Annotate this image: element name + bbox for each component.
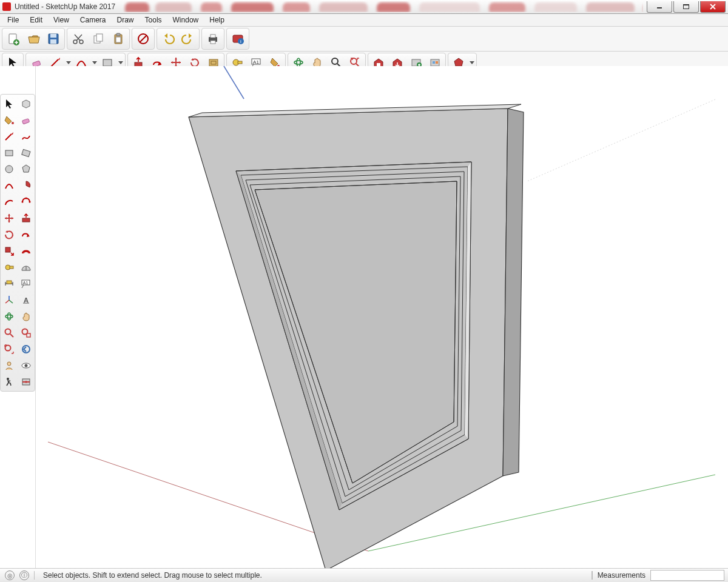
svg-point-37 [351, 58, 357, 64]
credits-icon[interactable]: ⓘ [19, 570, 29, 580]
toolbar-group-undo [157, 28, 200, 50]
paint-bucket-icon[interactable] [2, 113, 16, 127]
svg-line-63 [5, 300, 9, 303]
background-tab [155, 2, 192, 12]
menu-window[interactable]: Window [168, 15, 204, 25]
window-title: Untitled - SketchUp Make 2017 [15, 2, 115, 11]
pie-icon[interactable] [19, 178, 33, 193]
svg-point-34 [297, 58, 300, 67]
menu-view[interactable]: View [49, 15, 74, 25]
svg-point-72 [5, 346, 11, 351]
svg-rect-24 [103, 59, 112, 66]
model-info-button[interactable]: i [229, 30, 247, 48]
svg-point-68 [5, 329, 11, 335]
menu-draw[interactable]: Draw [112, 15, 139, 25]
svg-rect-11 [96, 34, 103, 41]
3pt-arc-icon[interactable] [19, 195, 33, 209]
rotate-icon[interactable] [2, 227, 16, 242]
new-button[interactable] [4, 30, 22, 48]
menu-edit[interactable]: Edit [25, 15, 47, 25]
large-toolset: A1A [0, 66, 36, 569]
zoom-window-icon[interactable] [19, 326, 33, 340]
svg-text:A1: A1 [253, 59, 259, 65]
viewport-3d[interactable] [36, 66, 728, 569]
svg-rect-57 [10, 266, 13, 269]
make-component-icon[interactable] [19, 96, 33, 111]
circle-icon[interactable] [2, 162, 16, 176]
svg-point-67 [7, 313, 10, 320]
toolbar-group-print [201, 28, 224, 50]
window-buttons [647, 1, 726, 13]
minimize-button[interactable] [647, 1, 672, 13]
arc-icon[interactable] [2, 178, 16, 193]
offset-icon[interactable] [19, 244, 33, 258]
menu-help[interactable]: Help [204, 15, 229, 25]
svg-rect-2 [684, 4, 689, 5]
walk-icon[interactable] [2, 375, 16, 389]
geolocation-icon[interactable]: ◎ [5, 570, 15, 580]
copy-button[interactable] [89, 30, 107, 48]
section-plane-icon[interactable] [19, 375, 33, 389]
tape-icon[interactable] [2, 260, 16, 275]
background-tab [283, 2, 310, 12]
workspace: A1A [0, 66, 728, 569]
svg-point-76 [24, 364, 27, 367]
background-tab [489, 2, 525, 12]
dimension-icon[interactable] [2, 276, 16, 291]
rotated-rectangle-icon[interactable] [19, 146, 33, 160]
toolbar-group-file [2, 28, 65, 50]
select-icon[interactable] [2, 96, 16, 111]
menu-file[interactable]: File [2, 15, 24, 25]
look-around-icon[interactable] [19, 358, 33, 373]
svg-line-16 [140, 35, 147, 42]
svg-rect-19 [211, 41, 215, 44]
move-icon[interactable] [2, 211, 16, 226]
maximize-button[interactable] [673, 1, 699, 13]
svg-point-53 [29, 201, 30, 203]
previous-icon[interactable] [19, 342, 33, 356]
svg-rect-44 [436, 61, 438, 64]
push-pull-icon[interactable] [19, 211, 33, 226]
polygon-icon[interactable] [19, 162, 33, 176]
scale-icon[interactable] [2, 244, 16, 258]
svg-rect-59 [7, 281, 12, 284]
freehand-icon[interactable] [19, 129, 33, 144]
pan-icon[interactable] [19, 309, 33, 324]
open-button[interactable] [24, 30, 42, 48]
svg-line-84 [527, 99, 715, 181]
svg-rect-14 [116, 37, 121, 42]
cut-button[interactable] [69, 30, 87, 48]
print-button[interactable] [204, 30, 222, 48]
save-button[interactable] [44, 30, 62, 48]
zoom-icon[interactable] [2, 326, 16, 340]
axes-icon[interactable] [2, 293, 16, 307]
orbit-icon[interactable] [2, 309, 16, 324]
svg-rect-26 [209, 59, 218, 66]
3d-text-icon[interactable]: A [19, 293, 33, 307]
follow-me-icon[interactable] [19, 227, 33, 242]
position-camera-icon[interactable] [2, 358, 16, 373]
svg-rect-13 [116, 33, 120, 36]
measurements-label: Measurements [592, 571, 650, 580]
svg-rect-54 [22, 218, 30, 222]
zoom-extents-icon[interactable] [2, 342, 16, 356]
svg-point-51 [21, 201, 23, 203]
eraser-button[interactable] [134, 30, 152, 48]
paste-button[interactable] [109, 30, 127, 48]
background-tab [319, 2, 368, 12]
background-tab [201, 2, 222, 12]
rectangle-icon[interactable] [2, 146, 16, 160]
2pt-arc-icon[interactable] [2, 195, 16, 209]
protractor-icon[interactable] [19, 260, 33, 275]
text-icon[interactable]: A1 [19, 276, 33, 291]
measurements-input[interactable] [650, 570, 724, 581]
menu-camera[interactable]: Camera [75, 15, 111, 25]
menu-tools[interactable]: Tools [140, 15, 167, 25]
line-icon[interactable] [2, 129, 16, 144]
undo-button[interactable] [159, 30, 177, 48]
eraser-icon[interactable] [19, 113, 33, 127]
redo-button[interactable] [179, 30, 197, 48]
background-tab [534, 2, 577, 12]
svg-rect-55 [5, 247, 10, 252]
close-button[interactable] [700, 1, 726, 13]
